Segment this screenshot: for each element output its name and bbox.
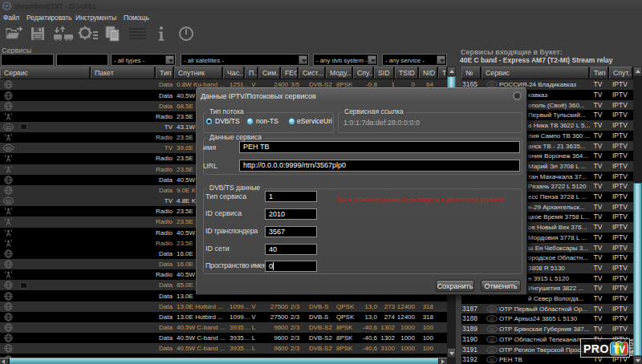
svg-text:SD: SD <box>490 338 495 342</box>
svg-text:SD: SD <box>490 307 495 311</box>
svg-text:TV: TV <box>613 344 625 355</box>
svg-text:SD: SD <box>490 317 495 322</box>
svg-text:SD: SD <box>490 358 495 362</box>
svg-text:SD: SD <box>490 348 495 352</box>
svg-text:SD: SD <box>6 124 12 129</box>
svg-text:SD: SD <box>6 199 12 204</box>
svg-text:SD: SD <box>6 146 12 151</box>
svg-text:SD: SD <box>490 328 495 332</box>
